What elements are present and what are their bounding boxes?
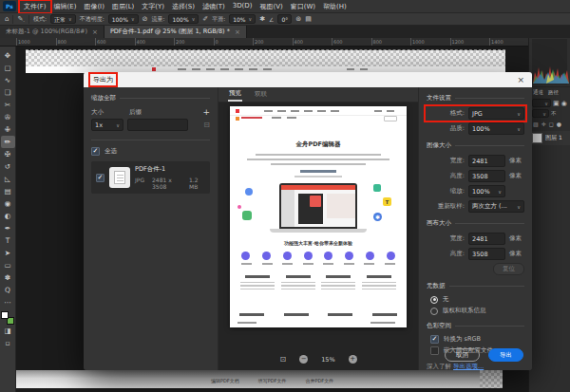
menu-item[interactable]: 视图(V) (256, 1, 286, 12)
delete-scale-icon[interactable]: ⊟ (203, 121, 210, 129)
menu-item[interactable]: 滤镜(T) (199, 1, 229, 12)
menu-item[interactable]: 窗口(W) (287, 1, 319, 12)
shape-tool[interactable]: ▭ (1, 259, 15, 271)
filter-icon[interactable]: ▣ (553, 100, 560, 107)
menu-item[interactable]: 选择(S) (168, 1, 199, 12)
preview-tab[interactable]: 双联 (254, 88, 268, 101)
close-icon[interactable]: × (517, 75, 524, 84)
zoom-out-icon[interactable]: − (299, 355, 308, 364)
fit-to-view-icon[interactable]: ⊡ (279, 355, 286, 364)
embed-profile-checkbox[interactable]: ✓ (430, 346, 439, 355)
menu-item[interactable]: 文字(Y) (138, 1, 168, 12)
quality-select[interactable]: 100%∨ (468, 122, 524, 135)
zoom-in-icon[interactable]: + (349, 355, 357, 364)
lock-all-icon[interactable]: ● (557, 121, 561, 127)
photoshop-logo[interactable]: Ps (3, 1, 16, 11)
lock-position-icon[interactable]: ✛ (542, 121, 546, 127)
select-all-row[interactable]: ✓ 全选 (91, 140, 210, 156)
export-file-item[interactable]: ✓ PDF合件-1 JPG 2481 x 3508 1.2 MB (91, 161, 210, 194)
quality-label: 品质: (427, 124, 465, 133)
menu-item[interactable]: 图像(I) (80, 1, 108, 12)
flow-select[interactable]: 100%∨ (168, 14, 199, 24)
canvas-width-input[interactable]: 2481 (468, 233, 505, 245)
move-tool[interactable]: ✥ (1, 49, 15, 62)
menu-item[interactable]: 文件(F) (20, 1, 50, 12)
export-button[interactable]: 导出 (488, 348, 523, 362)
brush-tool[interactable]: ✏ (1, 136, 15, 148)
preview-tab[interactable]: 预览 (228, 87, 242, 102)
menu-item[interactable]: 编辑(E) (50, 1, 81, 12)
opacity-select[interactable]: 100%∨ (108, 14, 139, 24)
metadata-option[interactable]: 无 (430, 295, 524, 304)
gradient-tool[interactable]: ▤ (1, 185, 15, 197)
reset-button[interactable]: 复位 (493, 263, 524, 275)
laptop-base (270, 229, 367, 233)
eraser-tool[interactable]: ◺ (1, 173, 15, 185)
format-select[interactable]: JPG∨ (468, 107, 524, 120)
history-brush-tool[interactable]: ↺ (1, 160, 15, 173)
dodge-tool[interactable]: ◐ (1, 210, 15, 222)
more-tools-icon[interactable]: ⋯ (1, 296, 15, 308)
cancel-button[interactable]: 取消 (445, 348, 480, 362)
height-input[interactable]: 3508 (468, 170, 505, 182)
radio-button[interactable] (430, 296, 438, 304)
object-selection-tool[interactable]: ❏ (1, 86, 15, 99)
close-icon[interactable]: × (235, 28, 240, 36)
smoothing-select[interactable]: 10%∨ (229, 14, 256, 24)
document-tab[interactable]: PDF合件-1.pdf @ 25% (图层 1, RGB/8) * × (104, 26, 247, 38)
healing-brush-tool[interactable]: ✙ (1, 123, 15, 136)
clone-stamp-tool[interactable]: ✠ (1, 148, 15, 160)
convert-srgb-row[interactable]: ✓ 转换为 sRGB (430, 335, 524, 344)
radio-button[interactable] (430, 308, 438, 315)
angle-input[interactable]: 0° (277, 14, 292, 24)
path-selection-tool[interactable]: ➤ (1, 247, 15, 259)
foreground-color-swatch[interactable] (1, 311, 9, 319)
brush-panel-icon[interactable]: ▤ (305, 15, 312, 23)
panel-tab[interactable]: 通道 (533, 89, 543, 96)
file-checkbox[interactable]: ✓ (96, 174, 104, 182)
pressure-opacity-icon[interactable]: ⊘ (142, 15, 148, 23)
convert-srgb-checkbox[interactable]: ✓ (430, 335, 439, 344)
blend-mode-select[interactable]: ∨ (532, 99, 551, 107)
crop-tool[interactable]: ✂ (1, 99, 15, 111)
layer-opacity-select[interactable]: ∨ (532, 109, 549, 118)
zoom-tool[interactable]: Q (1, 284, 15, 296)
resample-select[interactable]: 两次立方 (...∨ (468, 200, 524, 213)
quick-mask-icon[interactable]: ◨ (1, 325, 15, 337)
hand-tool[interactable]: ✽ (1, 271, 15, 284)
blend-mode-select[interactable]: 正常∨ (50, 14, 76, 24)
lock-transparent-icon[interactable]: ▨ (533, 121, 539, 127)
marquee-tool[interactable]: ▢ (1, 62, 15, 74)
canvas-height-input[interactable]: 3508 (468, 248, 505, 260)
suffix-input[interactable] (127, 119, 188, 131)
add-scale-button[interactable]: + (202, 107, 210, 117)
eyedropper-tool[interactable]: ✇ (1, 111, 15, 123)
brush-preset-icon[interactable]: ✎˯ (17, 15, 25, 23)
layer-thumbnail[interactable] (532, 133, 542, 143)
export-options-link[interactable]: 导出选项... (453, 363, 484, 370)
adjustment-icon[interactable]: ◉ (561, 100, 567, 107)
metadata-option[interactable]: 版权和联系信息 (430, 307, 524, 315)
type-tool[interactable]: T (1, 234, 15, 247)
menu-item[interactable]: 图层(L) (108, 1, 138, 12)
width-input[interactable]: 2481 (468, 155, 505, 167)
select-all-checkbox[interactable]: ✓ (91, 147, 100, 156)
scale-select[interactable]: 100%∨ (468, 185, 505, 197)
menu-item[interactable]: 帮助(H) (319, 1, 351, 12)
home-icon[interactable]: ⌂ (5, 15, 9, 23)
scale-select[interactable]: 1x∨ (91, 119, 124, 131)
symmetry-icon[interactable]: ⊛ (295, 15, 301, 23)
layer-row[interactable]: 图层 1 (529, 131, 570, 145)
screen-mode-icon[interactable]: ▫ (1, 337, 15, 349)
document-tab[interactable]: 未标题-1 @ 100%(RGB/8#) × (0, 26, 104, 38)
gear-icon[interactable]: ✱ (259, 15, 265, 23)
close-icon[interactable]: × (92, 28, 98, 36)
airbrush-icon[interactable]: ✐ (202, 15, 208, 23)
lasso-tool[interactable]: ∿ (1, 74, 15, 86)
pen-tool[interactable]: ✒ (1, 222, 15, 234)
lock-frame-icon[interactable]: ◻ (549, 121, 554, 127)
menu-item[interactable]: 3D(D) (229, 1, 256, 12)
mode-label: 模式: (33, 15, 47, 24)
panel-tab[interactable]: 路径 (548, 89, 559, 96)
blur-tool[interactable]: ◉ (1, 197, 15, 210)
